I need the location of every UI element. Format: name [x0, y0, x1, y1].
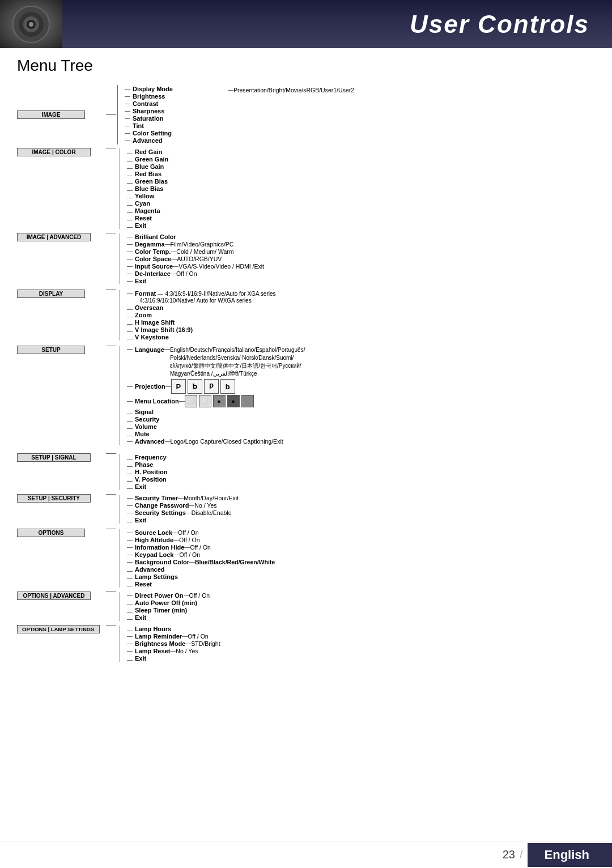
val-source-lock: Off / On	[178, 529, 199, 536]
item-projection: Projection	[135, 383, 165, 390]
item-h-position: H. Position	[135, 469, 167, 475]
page-number: 23	[503, 848, 515, 861]
val-connector-degamma	[165, 244, 171, 245]
footer: 23 / English	[0, 841, 612, 868]
image-advanced-section: IMAGE | ADVANCED Brilliant Color Degamma	[17, 233, 595, 285]
item-brilliant-color: Brilliant Color	[135, 233, 176, 240]
image-color-section: IMAGE | COLOR Red Gain Green Gain Blue G…	[17, 148, 595, 229]
mloc-icon-5	[241, 395, 254, 407]
item-advanced-opts: Advanced	[135, 566, 165, 573]
val-connector-bgcolor	[189, 562, 195, 563]
val-color-temp: Cold / Medium/ Warm	[176, 248, 233, 255]
item-volume: Volume	[135, 423, 157, 430]
item-security: Security	[135, 416, 159, 423]
item-zoom: Zoom	[135, 312, 152, 318]
item-blue-bias: Blue Bias	[135, 185, 163, 192]
item-h-image-shift: H Image Shift	[135, 319, 175, 326]
menu-location-icons: ⬜ ⬜ ■ ■	[185, 395, 254, 407]
item-degamma: Degamma	[135, 241, 165, 248]
val-connector-highalt	[173, 540, 179, 541]
val-format: 4:3/16:9-I/16:9-II/Native/Auto for XGA s…	[135, 291, 276, 304]
item-security-timer: Security Timer	[135, 495, 178, 501]
connector-display	[106, 290, 116, 290]
header-title: User Controls	[410, 10, 589, 39]
val-degamma: Film/Video/Graphics/PC	[171, 241, 234, 248]
val-connector-secsettings	[186, 513, 192, 513]
item-language: Language	[135, 346, 164, 353]
item-keypad-lock: Keypad Lock	[135, 551, 173, 558]
val-connector-directpower	[184, 595, 189, 596]
item-sleep-timer: Sleep Timer (min)	[135, 607, 187, 614]
item-exit-lamp: Exit	[135, 655, 146, 662]
val-direct-power-on: Off / On	[189, 592, 210, 599]
connector-image	[106, 114, 116, 115]
proj-icon-3: d	[204, 379, 219, 394]
cat-options-advanced: OPTIONS | ADVANCED	[17, 592, 91, 600]
val-display-mode: Presentation/Bright/Movie/sRGB/User1/Use…	[233, 87, 354, 93]
image-section: IMAGE	[17, 85, 595, 144]
item-sharpness: Sharpness	[133, 108, 164, 114]
item-exit-optsadv: Exit	[135, 614, 146, 621]
proj-icon-1: P	[171, 379, 186, 394]
item-format: Format	[135, 290, 156, 297]
item-brightness: Brightness	[133, 93, 165, 100]
item-brightness-mode: Brightness Mode	[135, 640, 185, 647]
item-yellow: Yellow	[135, 193, 154, 199]
setup-signal-section: SETUP | SIGNAL Frequency Phase H. Positi…	[17, 453, 595, 491]
connector-setup	[106, 346, 116, 346]
val-input-source: VGA/S-Video/Video / HDMI /Exit	[178, 263, 264, 270]
proj-icon-4: b	[220, 379, 235, 394]
val-lamp-reset: No / Yes	[176, 648, 198, 654]
val-info-hide: Off / On	[190, 544, 211, 551]
cat-image-advanced: IMAGE | ADVANCED	[17, 233, 91, 241]
val-lamp-reminder: Off / On	[188, 633, 209, 640]
item-advanced-setup: Advanced	[135, 438, 165, 445]
val-high-altitude: Off / On	[179, 537, 200, 543]
mloc-icon-4: ■	[227, 395, 240, 407]
item-lamp-reset: Lamp Reset	[135, 648, 170, 654]
connector-setup-signal	[106, 453, 116, 454]
val-keypad-lock: Off / On	[179, 551, 200, 558]
val-connector-inputsource	[173, 266, 178, 267]
item-color-space: Color Space	[135, 256, 171, 262]
item-tint: Tint	[133, 122, 144, 129]
mloc-icon-2: ⬜	[199, 395, 211, 407]
item-de-interlace: De-Interlace	[135, 270, 171, 277]
item-green-gain: Green Gain	[135, 156, 168, 163]
cat-setup-security: SETUP | SECURITY	[17, 494, 91, 503]
cat-options: OPTIONS	[17, 529, 85, 537]
connector-setup-security	[106, 494, 116, 495]
val-connector-language	[164, 349, 170, 350]
connector-options-lamp	[106, 625, 116, 626]
val-connector-sourcelock	[172, 533, 178, 533]
item-source-lock: Source Lock	[135, 529, 172, 536]
item-signal: Signal	[135, 409, 154, 415]
val-color-space: AUTO/RGB/YUV	[177, 256, 222, 262]
item-info-hide: Information Hide	[135, 544, 184, 551]
val-connector-brightnessmode	[185, 644, 191, 644]
page-header: User Controls	[0, 0, 612, 48]
item-advanced-image: Advanced	[133, 137, 163, 144]
val-background-color: Blue/Black/Red/Green/White	[195, 559, 275, 565]
item-overscan: Overscan	[135, 304, 163, 311]
item-phase: Phase	[135, 461, 153, 468]
val-security-settings: Disable/Enable	[192, 509, 232, 516]
item-input-source: Input Source	[135, 263, 173, 270]
options-lamp-section: OPTIONS | LAMP SETTINGS Lamp Hours Lamp …	[17, 625, 595, 662]
item-mute: Mute	[135, 431, 150, 437]
item-exit-signal: Exit	[135, 483, 146, 490]
cat-image-color: IMAGE | COLOR	[17, 148, 91, 156]
val-connector-deinterlace	[171, 274, 176, 274]
connector-image-color	[106, 148, 116, 148]
projection-icons-row1: P P d b	[171, 379, 235, 394]
mloc-icon-3: ■	[213, 395, 226, 407]
val-connector-lampreminder	[182, 636, 188, 637]
menu-tree: IMAGE	[17, 85, 595, 662]
cat-setup: SETUP	[17, 346, 85, 354]
setup-section: SETUP Language English/Deutsch/Français/…	[17, 346, 595, 445]
val-de-interlace: Off / On	[176, 270, 197, 277]
item-lamp-hours: Lamp Hours	[135, 626, 171, 632]
item-security-settings: Security Settings	[135, 509, 186, 516]
val-language: English/Deutsch/Français/Italiano/Españo…	[170, 346, 305, 378]
val-change-password: No / Yes	[194, 502, 216, 509]
